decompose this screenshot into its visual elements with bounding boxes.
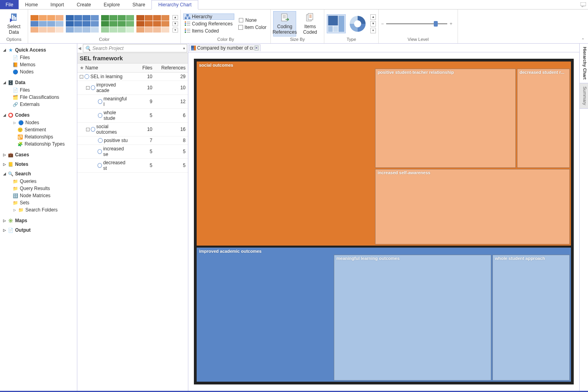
nav-item-nodes[interactable]: 🔵Nodes: [2, 68, 75, 75]
sizeby-items-coded[interactable]: Items Coded: [299, 11, 322, 37]
search-input[interactable]: 🔍 Search Project ▾: [83, 44, 187, 52]
minus-icon[interactable]: −: [381, 21, 384, 27]
nav-item-file-classifications[interactable]: 🗂️File Classifications: [2, 94, 75, 101]
nav-codes[interactable]: ◢⭕Codes: [2, 111, 75, 119]
sidetab-hierarchy-chart[interactable]: Hierarchy Chart: [580, 44, 588, 83]
treemap-node-decreased-student[interactable]: decreased student r...: [517, 69, 570, 168]
treemap-node-increased-self-awareness[interactable]: increased self-awareness: [375, 169, 570, 244]
svg-rect-16: [185, 32, 186, 33]
svg-rect-33: [328, 26, 333, 32]
col-references[interactable]: References: [155, 63, 188, 73]
treemap-node-social-outcomes[interactable]: social outcomes positive student-teacher…: [196, 61, 571, 246]
nav-item-query-results[interactable]: 📁Query Results: [2, 185, 75, 192]
nav-item-externals[interactable]: 🔗Externals: [2, 101, 75, 108]
nav-maps[interactable]: ▷✳️Maps: [2, 217, 75, 225]
nav-output[interactable]: ▷📄Output: [2, 226, 75, 234]
treemap-node-positive-student-teacher[interactable]: positive student-teacher relationship: [375, 69, 516, 168]
chevron-down-icon[interactable]: ▾: [183, 46, 185, 50]
colorby-item-color[interactable]: Item Color: [237, 24, 268, 31]
detail-tabbar: Compared by number of coding r ✕: [188, 44, 579, 52]
menu-tab-hierarchy-chart[interactable]: Hierarchy Chart: [151, 0, 198, 10]
expand-toggle[interactable]: -: [86, 128, 90, 131]
pin-icon[interactable]: ◀: [77, 44, 82, 53]
table-row[interactable]: increased se55: [77, 145, 188, 159]
node-name: meaningful l: [103, 96, 128, 107]
menu-tab-home[interactable]: Home: [19, 0, 44, 9]
checkbox-icon[interactable]: [238, 25, 243, 30]
sidetab-summary[interactable]: Summary: [580, 83, 588, 109]
nav-item-node-matrices[interactable]: 🔢Node Matrices: [2, 192, 75, 199]
type-treemap[interactable]: [327, 14, 346, 33]
menu-tab-explore[interactable]: Explore: [97, 0, 126, 9]
nav-item-codes-nodes[interactable]: ▷🔵Nodes: [2, 119, 75, 126]
color-palette-0[interactable]: [31, 15, 63, 33]
treemap-node-meaningful-learning[interactable]: meaningful learning outcomes: [334, 255, 491, 380]
table-row[interactable]: decreased st55: [77, 159, 188, 173]
main-menu: File Home Import Create Explore Share Hi…: [0, 0, 588, 10]
nav-item-sentiment[interactable]: 🙂Sentiment: [2, 126, 75, 133]
treemap-node-improved-academic[interactable]: improved academic outcomes meaningful le…: [196, 247, 571, 382]
nav-item-memos[interactable]: 📙Memos: [2, 61, 75, 68]
menu-tab-create[interactable]: Create: [70, 0, 97, 9]
color-palette-2[interactable]: [101, 15, 134, 33]
ribbon-group-label-viewlevel: View Level: [381, 37, 455, 43]
nav-item-sets[interactable]: 📁Sets: [2, 199, 75, 206]
file-menu[interactable]: File: [0, 0, 19, 9]
nav-item-queries[interactable]: 📁Queries: [2, 178, 75, 185]
nav-item-relationship-types[interactable]: 🧩Relationship Types: [2, 140, 75, 148]
table-row[interactable]: positive stu78: [77, 136, 188, 145]
colorby-hierarchy-label: Hierarchy: [192, 14, 212, 19]
nav-item-search-folders[interactable]: ▷📁Search Folders: [2, 206, 75, 213]
comments-icon[interactable]: [578, 0, 588, 9]
col-files[interactable]: Files: [130, 63, 155, 73]
nav-cases[interactable]: ▷💼Cases: [2, 151, 75, 159]
select-data-button[interactable]: Select Data: [2, 11, 25, 37]
plus-icon[interactable]: +: [450, 21, 452, 27]
table-row[interactable]: -SEL in learning1029: [77, 73, 188, 81]
svg-rect-2: [12, 15, 13, 20]
star-column-icon[interactable]: ★: [80, 65, 84, 71]
color-palette-3[interactable]: [136, 15, 169, 33]
colorby-items-coded[interactable]: Items Coded: [183, 28, 234, 34]
nav-item-files[interactable]: 📄Files: [2, 54, 75, 61]
close-icon[interactable]: ✕: [255, 46, 259, 50]
colorby-none[interactable]: None: [237, 17, 268, 23]
node-icon: [91, 127, 95, 132]
collapse-ribbon-icon[interactable]: ⌃: [580, 37, 586, 42]
viewlevel-slider[interactable]: − +: [381, 21, 452, 27]
nav-search[interactable]: ◢🔍Search: [2, 170, 75, 178]
nav-item-data-files[interactable]: 📄Files: [2, 86, 75, 94]
expand-toggle[interactable]: -: [86, 86, 90, 90]
colorby-coding-references[interactable]: Coding References: [183, 21, 234, 27]
menu-tab-import[interactable]: Import: [44, 0, 70, 9]
table-row[interactable]: -social outcomes1016: [77, 123, 188, 136]
treemap-node-whole-student[interactable]: whole student approach: [492, 255, 570, 380]
files-icon: 📄: [13, 87, 18, 93]
table-row[interactable]: -improved acade1010: [77, 81, 188, 95]
detail-tab[interactable]: Compared by number of coding r ✕: [189, 44, 260, 51]
nav-notes[interactable]: ▷📒Notes: [2, 160, 75, 168]
navigation-panel: ◢★Quick Access 📄Files 📙Memos 🔵Nodes ◢🗄️D…: [0, 44, 77, 391]
type-gallery-scroll[interactable]: ▲▼▾: [370, 14, 376, 33]
table-row[interactable]: meaningful l912: [77, 95, 188, 109]
col-name[interactable]: Name: [85, 65, 98, 71]
table-row[interactable]: whole stude56: [77, 109, 188, 123]
svg-rect-9: [185, 23, 186, 24]
treemap-chart[interactable]: social outcomes positive student-teacher…: [194, 59, 574, 384]
nav-data[interactable]: ◢🗄️Data: [2, 79, 75, 86]
sizeby-coding-references[interactable]: Coding References: [273, 11, 296, 37]
classification-icon: 🗂️: [13, 94, 18, 100]
type-sunburst[interactable]: [348, 14, 367, 33]
palette-gallery-scroll[interactable]: ▲▼▾: [172, 15, 178, 33]
ribbon-group-label-color: Color: [31, 37, 178, 43]
treemap-label: positive student-teacher relationship: [377, 70, 454, 75]
colorby-hierarchy[interactable]: Hierarchy: [183, 13, 234, 20]
expand-toggle[interactable]: -: [80, 75, 83, 79]
output-icon: 📄: [8, 227, 13, 233]
menu-tab-share[interactable]: Share: [126, 0, 151, 9]
nav-item-relationships[interactable]: 🔁Relationships: [2, 133, 75, 140]
node-icon: [91, 85, 95, 90]
color-palette-1[interactable]: [66, 15, 99, 33]
star-icon: ★: [8, 47, 13, 53]
nav-quick-access[interactable]: ◢★Quick Access: [2, 46, 75, 54]
